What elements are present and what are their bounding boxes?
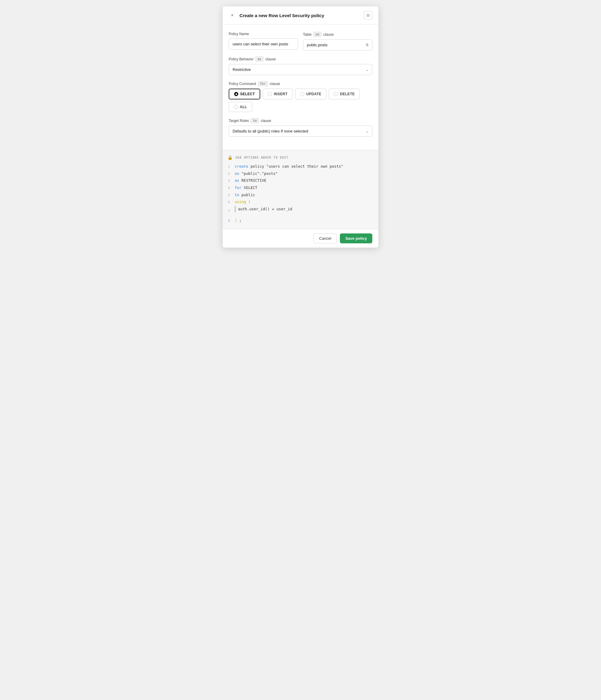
- policy-name-input[interactable]: users can select their own posts: [229, 39, 298, 50]
- kw-create: create: [235, 164, 248, 169]
- policy-command-group: Policy Command for clause SELECT INSERT: [229, 81, 372, 112]
- line-num-7: 7: [223, 208, 235, 214]
- target-roles-select[interactable]: Defaults to all (public) roles if none s…: [229, 126, 372, 137]
- line-num-5: 5: [223, 193, 235, 198]
- header-left: × Create a new Row Level Security policy: [229, 12, 324, 19]
- code-text-5: public: [242, 193, 255, 197]
- cmd-select-label: SELECT: [240, 92, 255, 96]
- policy-behavior-label-row: Policy Behavior as clause: [229, 56, 372, 61]
- table-label: Table: [303, 32, 311, 36]
- code-text-2: "public"."posts": [242, 171, 278, 176]
- all-radio-circle: [234, 105, 238, 109]
- code-text-7: auth.user_id() = user_id: [238, 206, 292, 212]
- cmd-all-button[interactable]: ALL: [229, 102, 252, 112]
- select-radio-dot: [235, 94, 237, 95]
- code-hint: USE OPTIONS ABOVE TO EDIT: [235, 156, 289, 159]
- modal-header: × Create a new Row Level Security policy…: [223, 6, 378, 25]
- insert-radio-circle: [268, 92, 272, 96]
- policy-name-group: Policy Name users can select their own p…: [229, 32, 298, 50]
- cmd-insert-button[interactable]: INSERT: [262, 89, 293, 99]
- kw-as: as: [235, 178, 239, 183]
- line-num-1: 1: [223, 164, 235, 170]
- table-label-row: Table on clause: [303, 32, 372, 37]
- policy-behavior-clause-label: clause: [265, 57, 276, 61]
- kw-on: on: [235, 171, 239, 176]
- code-text-1: policy "users can select their own posts…: [251, 164, 344, 169]
- save-policy-button[interactable]: Save policy: [340, 233, 372, 243]
- code-text-4: SELECT: [244, 185, 257, 190]
- kw-close-paren: ): [235, 218, 237, 223]
- top-form-row: Policy Name users can select their own p…: [229, 32, 372, 50]
- code-text-3: RESTRICTIVE: [242, 178, 267, 183]
- code-section: 🔒 USE OPTIONS ABOVE TO EDIT 1 create pol…: [223, 150, 378, 229]
- line-indicator: [235, 206, 235, 212]
- cmd-insert-label: INSERT: [274, 92, 287, 96]
- table-select[interactable]: public.posts: [303, 39, 372, 50]
- code-header: 🔒 USE OPTIONS ABOVE TO EDIT: [223, 155, 378, 163]
- line-content-7: auth.user_id() = user_id: [235, 206, 378, 212]
- line-num-6: 6: [223, 199, 235, 205]
- line-num-2: 2: [223, 171, 235, 177]
- target-roles-clause-label: clause: [261, 119, 271, 123]
- code-line-5: 5 to public: [223, 191, 378, 199]
- policy-behavior-select-wrapper: Restrictive Permissive ⌄: [229, 64, 372, 75]
- code-line-2: 2 on "public"."posts": [223, 170, 378, 177]
- policy-command-clause-label: clause: [270, 82, 280, 86]
- modal-title: Create a new Row Level Security policy: [240, 13, 324, 18]
- line-content-4: for SELECT: [235, 184, 378, 191]
- line-content-8: ) ;: [235, 217, 378, 224]
- policy-name-label: Policy Name: [229, 32, 249, 36]
- cmd-delete-button[interactable]: DELETE: [329, 89, 360, 99]
- table-group: Table on clause public.posts ⇅: [303, 32, 372, 50]
- target-roles-label: Target Roles: [229, 119, 249, 123]
- line-num-4: 4: [223, 185, 235, 191]
- policy-command-label: Policy Command: [229, 82, 256, 86]
- target-roles-select-wrapper: Defaults to all (public) roles if none s…: [229, 126, 372, 137]
- policy-behavior-select[interactable]: Restrictive Permissive: [229, 64, 372, 75]
- modal-container: × Create a new Row Level Security policy…: [222, 6, 379, 248]
- line-num-8: 8: [223, 218, 235, 224]
- modal-footer: Cancel Save policy: [223, 229, 378, 248]
- cmd-all-label: ALL: [240, 105, 247, 109]
- on-badge: on: [314, 32, 322, 37]
- policy-name-label-row: Policy Name: [229, 32, 298, 36]
- cmd-update-button[interactable]: UPDATE: [295, 89, 326, 99]
- code-line-4: 4 for SELECT: [223, 184, 378, 191]
- cancel-button[interactable]: Cancel: [314, 233, 337, 243]
- code-line-3: 3 as RESTRICTIVE: [223, 177, 378, 184]
- policy-behavior-group: Policy Behavior as clause Restrictive Pe…: [229, 56, 372, 75]
- as-badge: as: [255, 56, 264, 61]
- line-content-3: as RESTRICTIVE: [235, 177, 378, 183]
- kw-using: using: [235, 199, 246, 204]
- code-line-1: 1 create policy "users can select their …: [223, 163, 378, 170]
- close-icon: ×: [231, 12, 233, 18]
- target-roles-group: Target Roles to clause Defaults to all (…: [229, 118, 372, 137]
- cmd-update-label: UPDATE: [306, 92, 321, 96]
- code-block: 1 create policy "users can select their …: [223, 163, 378, 224]
- line-content-5: to public: [235, 192, 378, 198]
- line-content-1: create policy "users can select their ow…: [235, 163, 378, 170]
- lock-icon: 🔒: [227, 155, 232, 160]
- table-select-wrapper: public.posts ⇅: [303, 39, 372, 50]
- expand-icon: ⊟: [367, 13, 370, 18]
- line-num-3: 3: [223, 178, 235, 184]
- cmd-select-button[interactable]: SELECT: [229, 89, 260, 99]
- delete-radio-circle: [334, 92, 338, 96]
- cmd-delete-label: DELETE: [340, 92, 355, 96]
- expand-button[interactable]: ⊟: [364, 11, 372, 20]
- code-line-8: 8 ) ;: [223, 217, 378, 224]
- to-badge: to: [251, 118, 259, 123]
- line-content-2: on "public"."posts": [235, 170, 378, 177]
- command-buttons-group: SELECT INSERT UPDATE DELETE ALL: [229, 89, 372, 112]
- target-roles-label-row: Target Roles to clause: [229, 118, 372, 123]
- select-radio-circle: [234, 92, 238, 96]
- update-radio-circle: [300, 92, 304, 96]
- code-line-7: 7 auth.user_id() = user_id: [223, 205, 378, 215]
- modal-body: Policy Name users can select their own p…: [223, 25, 378, 150]
- code-area-wrapper: 1 create policy "users can select their …: [223, 163, 378, 224]
- code-line-6: 6 using (: [223, 198, 378, 205]
- kw-to: to: [235, 193, 239, 197]
- code-text-8: ;: [239, 218, 242, 223]
- close-button[interactable]: ×: [229, 12, 236, 19]
- for-badge: for: [258, 81, 268, 86]
